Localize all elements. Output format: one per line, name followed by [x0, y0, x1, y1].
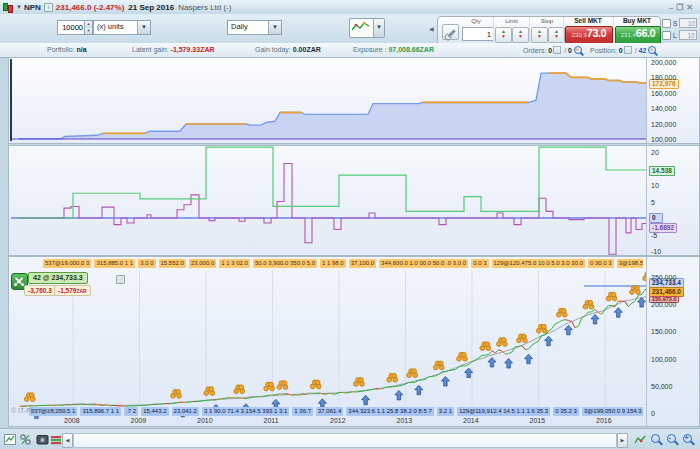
open-position-pill[interactable]: 42 @ 234,733.3 — [28, 272, 88, 284]
sell-marker-icon[interactable] — [264, 382, 275, 391]
equity-chart[interactable] — [9, 58, 646, 143]
qty-input[interactable] — [462, 27, 494, 41]
sell-marker-icon[interactable] — [497, 338, 508, 347]
orders-zoom-icon[interactable]: + — [574, 46, 582, 54]
sell-marker-icon[interactable] — [433, 361, 444, 370]
limit-distance-input[interactable] — [679, 30, 697, 40]
screenshot-icon[interactable] — [36, 432, 49, 445]
order-panel: Qty Limit ▲▼ ▲▼ Stop ▲▼ ▲▼ Sell MKT 230,… — [437, 16, 661, 45]
trade-annotation-chip: 129@119,912.4 14.5 1.1 1.6 35.3 — [457, 407, 550, 416]
sell-marker-icon[interactable] — [480, 342, 491, 351]
minimize-button[interactable]: – — [669, 3, 676, 12]
quantity-spinner[interactable]: ▲▼ — [57, 20, 93, 35]
buy-marker-icon[interactable] — [638, 298, 646, 308]
trade-annotation-chip: 129@120,475.0 10.0 5.0 3.0 30.0 — [492, 259, 586, 268]
sell-marker-icon[interactable] — [24, 393, 35, 402]
trade-annotation-chip: 344,323.6 1.1 25.8 38.2 0 8.5 7 — [346, 407, 433, 416]
limit-sell-button[interactable]: ▲▼ — [512, 27, 529, 43]
sell-marker-icon[interactable] — [277, 381, 288, 390]
buy-marker-icon[interactable] — [395, 390, 403, 400]
buy-marker-icon[interactable] — [564, 325, 572, 335]
trade-annotations-top: 537@19,000.0 3315,885.0 1 13.0 015,552.0… — [43, 259, 643, 268]
collapse-panel-icon[interactable]: ◀ — [429, 25, 434, 32]
trade-annotation-chip: 537@19,000.0 3 — [43, 259, 91, 268]
qty-group: Qty — [460, 17, 492, 44]
orders-count: 0 — [548, 47, 552, 54]
buy-marker-icon[interactable] — [415, 385, 423, 395]
scroll-right-button[interactable]: ▶ — [617, 433, 628, 448]
y-axis-label: 10 — [651, 182, 659, 189]
sell-marker-icon[interactable] — [387, 373, 398, 382]
info-icon[interactable]: i — [44, 3, 53, 12]
orders-list-icon[interactable] — [553, 46, 561, 54]
limit-buy-button[interactable]: ▲▼ — [495, 27, 512, 43]
chevron-down-icon[interactable]: ▼ — [373, 19, 384, 37]
zoom-in-icon[interactable]: + — [682, 433, 695, 446]
stop-buy-button[interactable]: ▲▼ — [531, 27, 548, 43]
buy-marker-icon[interactable] — [441, 377, 449, 387]
buy-marker-icon[interactable] — [465, 368, 473, 378]
timeframe-select[interactable]: Daily ▼ — [227, 20, 282, 35]
sell-marker-icon[interactable] — [516, 334, 527, 343]
buy-marker-icon[interactable] — [525, 354, 533, 364]
sell-marker-icon[interactable] — [606, 292, 617, 301]
chevron-down-icon[interactable]: ▼ — [268, 21, 281, 34]
spin-down-icon[interactable]: ▼ — [85, 28, 92, 35]
chart-type-button[interactable]: ▼ — [349, 18, 385, 38]
scroll-left-button[interactable]: ◀ — [62, 433, 73, 448]
zoom-out-icon[interactable]: - — [666, 433, 679, 446]
sell-marker-icon[interactable] — [556, 308, 567, 317]
sell-group: Sell MKT 230,973.0 — [563, 17, 612, 44]
buy-marker-icon[interactable] — [544, 336, 552, 346]
stop-label: Stop — [530, 17, 564, 25]
buy-marker-icon[interactable] — [614, 308, 622, 318]
sell-marker-icon[interactable] — [354, 378, 365, 387]
badge-detail-icon[interactable] — [116, 275, 125, 284]
sell-marker-icon[interactable] — [310, 380, 321, 389]
chart-type-icon — [350, 19, 373, 37]
sell-marker-icon[interactable] — [457, 352, 468, 361]
close-button[interactable]: ✕ — [686, 3, 696, 12]
sell-marker-icon[interactable] — [407, 369, 418, 378]
sell-market-button[interactable]: 230,973.0 — [565, 26, 613, 44]
order-settings-button[interactable] — [442, 24, 459, 40]
units-select[interactable]: (x) units ▼ — [93, 20, 151, 35]
position-zoom-icon[interactable]: + — [648, 46, 656, 54]
buy-marker-icon[interactable] — [362, 395, 370, 405]
buy-marker-icon[interactable] — [505, 359, 513, 369]
sell-marker-icon[interactable] — [583, 300, 594, 309]
y-axis-label: 200,000 — [651, 301, 676, 308]
buy-marker-icon[interactable] — [488, 357, 496, 367]
indicator-chart[interactable] — [9, 146, 646, 255]
indicator-green-value-box: 14.538 — [649, 166, 675, 176]
zoom-selection-icon[interactable] — [650, 433, 663, 446]
sell-marker-icon[interactable] — [234, 385, 245, 394]
percent-scale-icon[interactable] — [19, 432, 32, 445]
trade-annotation-chip: 37,100.0 — [349, 259, 376, 268]
chevron-down-icon[interactable]: ▼ — [137, 21, 150, 34]
quantity-input[interactable] — [58, 21, 84, 34]
x-axis-year-label: 2015 — [530, 417, 546, 424]
horizontal-scrollbar[interactable] — [73, 433, 617, 448]
price-chart[interactable] — [9, 269, 646, 419]
exposure-label: Exposure : — [353, 46, 386, 53]
spinner-buttons[interactable]: ▲▼ — [84, 21, 92, 34]
stop-distance-input[interactable] — [679, 18, 697, 28]
new-chart-icon[interactable] — [4, 432, 17, 445]
maximize-button[interactable]: ❐ — [676, 3, 686, 12]
trade-annotation-chip: 23,000.0 — [189, 259, 216, 268]
position-list-icon[interactable] — [624, 46, 632, 54]
buy-marker-icon[interactable] — [591, 314, 599, 324]
buy-market-button[interactable]: 231,466.0 — [615, 26, 661, 44]
bottom-toolbar: ◀ ▶ - + — [0, 428, 700, 449]
stop-checkbox[interactable] — [662, 19, 671, 28]
price-change-label: 231,466.0 (-2.47%) — [56, 3, 125, 12]
sell-marker-icon[interactable] — [630, 286, 641, 295]
axis-cursor-bar[interactable] — [10, 59, 12, 141]
indicator-panel: 14.538 0 -1.6892 20105-5-10 — [8, 145, 700, 256]
symbol-dropdown-arrow[interactable]: ▼ — [16, 4, 22, 10]
equity-y-axis: 172,976 200,000180,000160,000140,000120,… — [646, 58, 700, 143]
pan-chart-icon[interactable] — [634, 433, 647, 446]
sell-marker-icon[interactable] — [171, 389, 182, 398]
limit-checkbox[interactable] — [662, 31, 671, 40]
